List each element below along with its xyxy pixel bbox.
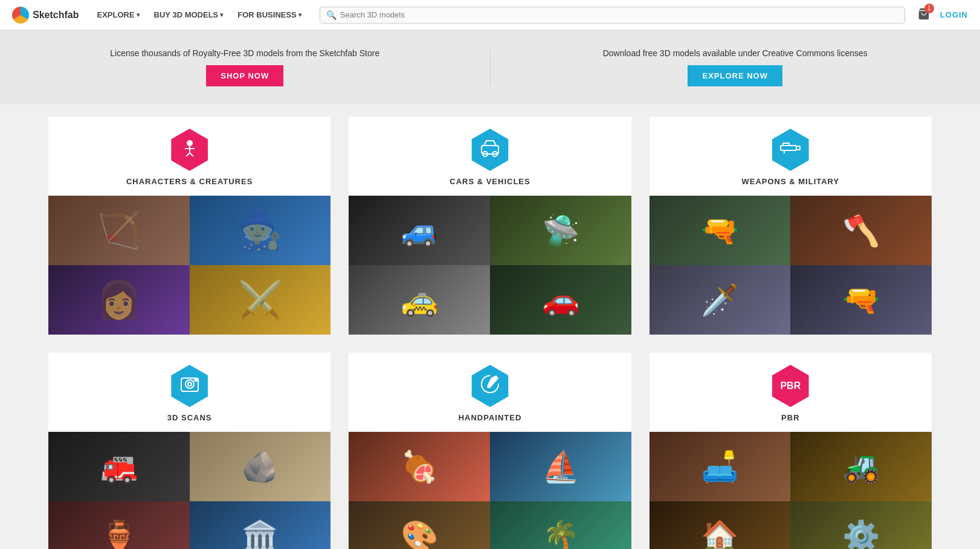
car-figure-4: 🚗 [490, 265, 631, 335]
category-images-cars: 🚙 🛸 🚕 🚗 [349, 196, 631, 335]
navbar: Sketchfab EXPLORE ▾ BUY 3D MODELS ▾ FOR … [0, 0, 980, 30]
car-image-3: 🚕 [349, 265, 490, 335]
character-image-4: ⚔️ [190, 265, 331, 335]
explore-now-button[interactable]: EXPLORE NOW [688, 65, 782, 86]
category-title-pbr: PBR [781, 413, 799, 422]
banner-explore-section: Download free 3D models available under … [515, 48, 956, 86]
chevron-down-icon: ▾ [137, 11, 140, 18]
handpainted-icon [479, 373, 501, 399]
car-figure-1: 🚙 [349, 196, 490, 265]
weapon-image-3: 🗡️ [650, 265, 791, 335]
scan-image-4: 🏛️ [190, 501, 331, 549]
character-icon [180, 138, 199, 162]
hex-shape [769, 129, 811, 171]
weapon-image-4: 🔫 [790, 265, 932, 335]
banner-explore-text: Download free 3D models available under … [603, 48, 868, 58]
hand-image-3: 🎨 [349, 501, 490, 549]
car-figure-2: 🛸 [490, 196, 631, 265]
character-figure-3: 👩 [48, 265, 190, 335]
hand-figure-2: ⛵ [490, 432, 631, 501]
category-weapons[interactable]: WEAPONS & MILITARY 🔫 🪓 🗡️ 🔫 [650, 117, 932, 335]
pbr-figure-2: 🚜 [790, 432, 932, 501]
cart-count: 1 [924, 4, 934, 13]
cart-button[interactable]: 1 [917, 7, 930, 23]
pbr-figure-4: ⚙️ [790, 501, 932, 549]
category-cars[interactable]: CARS & VEHICLES 🚙 🛸 🚕 🚗 [349, 117, 631, 335]
character-image-3: 👩 [48, 265, 190, 335]
pbr-image-3: 🏠 [650, 501, 791, 549]
category-images-weapons: 🔫 🪓 🗡️ 🔫 [650, 196, 932, 335]
category-title-weapons: WEAPONS & MILITARY [741, 177, 839, 186]
scan-image-2: 🪨 [190, 432, 331, 501]
pbr-image-2: 🚜 [790, 432, 932, 501]
weapon-image-2: 🪓 [790, 196, 932, 265]
pbr-image-1: 🛋️ [650, 432, 791, 501]
search-bar[interactable]: 🔍 [320, 7, 905, 24]
main-content: CHARACTERS & CREATURES 🏹 🧙 👩 ⚔️ [0, 104, 980, 549]
hexagon-icon-handpainted [469, 365, 511, 407]
category-title-handpainted: HANDPAINTED [459, 413, 522, 422]
svg-rect-10 [783, 143, 789, 146]
category-header-handpainted: HANDPAINTED [349, 353, 631, 432]
category-header-cars: CARS & VEHICLES [349, 117, 631, 196]
category-handpainted[interactable]: HANDPAINTED 🍖 ⛵ 🎨 🌴 [349, 353, 631, 549]
svg-rect-6 [482, 146, 498, 154]
character-image-1: 🏹 [48, 196, 190, 265]
logo[interactable]: Sketchfab [12, 7, 79, 24]
svg-line-5 [190, 153, 193, 156]
search-input[interactable] [340, 10, 898, 19]
pbr-image-4: ⚙️ [790, 501, 932, 549]
svg-point-16 [195, 379, 197, 381]
pbr-figure-3: 🏠 [650, 501, 791, 549]
character-figure-2: 🧙 [190, 196, 331, 265]
hexagon-icon-weapons [769, 129, 811, 171]
hex-shape [469, 129, 511, 171]
nav-right: 1 LOGIN [917, 7, 968, 23]
svg-point-1 [187, 140, 193, 146]
hexagon-icon-scans [169, 365, 211, 407]
pbr-label-icon: PBR [780, 380, 801, 391]
scan-figure-4: 🏛️ [190, 501, 331, 549]
categories-grid: CHARACTERS & CREATURES 🏹 🧙 👩 ⚔️ [48, 117, 932, 549]
hex-shape [469, 365, 511, 407]
category-title-scans: 3D SCANS [167, 413, 212, 422]
category-scans[interactable]: 3D SCANS 🚒 🪨 🏺 🏛️ [48, 353, 330, 549]
car-figure-3: 🚕 [349, 265, 490, 335]
svg-rect-9 [781, 146, 796, 150]
scan-figure-2: 🪨 [190, 432, 331, 501]
category-header-characters: CHARACTERS & CREATURES [48, 117, 330, 196]
nav-links: EXPLORE ▾ BUY 3D MODELS ▾ FOR BUSINESS ▾ [91, 7, 307, 23]
category-title-characters: CHARACTERS & CREATURES [126, 177, 253, 186]
hand-figure-4: 🌴 [490, 501, 631, 549]
search-icon: 🔍 [326, 10, 337, 20]
category-pbr[interactable]: PBR PBR 🛋️ 🚜 🏠 ⚙️ [650, 353, 932, 549]
banner-shop-text: License thousands of Royalty-Free 3D mod… [110, 48, 379, 58]
hand-figure-1: 🍖 [349, 432, 490, 501]
car-image-1: 🚙 [349, 196, 490, 265]
category-characters[interactable]: CHARACTERS & CREATURES 🏹 🧙 👩 ⚔️ [48, 117, 330, 335]
hexagon-icon-pbr: PBR [769, 365, 811, 407]
hand-image-1: 🍖 [349, 432, 490, 501]
car-icon [479, 137, 501, 163]
scans-icon [179, 373, 201, 399]
chevron-down-icon: ▾ [298, 11, 301, 18]
weapon-image-1: 🔫 [650, 196, 791, 265]
nav-buy-3d[interactable]: BUY 3D MODELS ▾ [148, 7, 230, 23]
login-button[interactable]: LOGIN [940, 10, 968, 19]
category-images-scans: 🚒 🪨 🏺 🏛️ [48, 432, 330, 549]
category-header-weapons: WEAPONS & MILITARY [650, 117, 932, 196]
nav-for-business[interactable]: FOR BUSINESS ▾ [231, 7, 308, 23]
svg-line-4 [186, 153, 190, 156]
banner-divider [490, 50, 491, 86]
hex-shape: PBR [769, 365, 811, 407]
hand-image-4: 🌴 [490, 501, 631, 549]
nav-explore[interactable]: EXPLORE ▾ [91, 7, 145, 23]
brand-name: Sketchfab [33, 10, 79, 21]
shop-now-button[interactable]: SHOP NOW [206, 65, 283, 86]
pbr-figure-1: 🛋️ [650, 432, 791, 501]
car-image-2: 🛸 [490, 196, 631, 265]
category-header-pbr: PBR PBR [650, 353, 932, 432]
scan-image-1: 🚒 [48, 432, 190, 501]
weapon-figure-4: 🔫 [790, 265, 932, 335]
scan-figure-1: 🚒 [48, 432, 190, 501]
